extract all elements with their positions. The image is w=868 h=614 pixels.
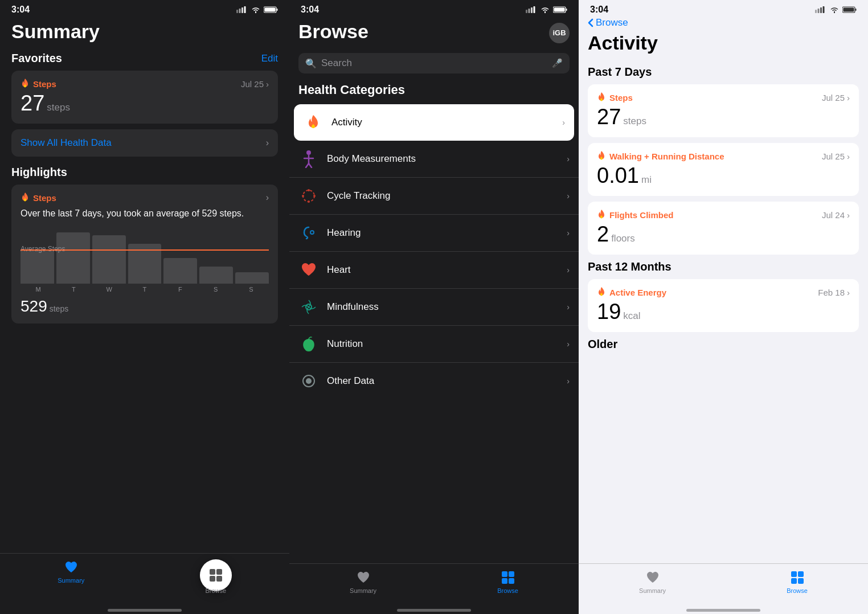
svg-rect-14	[534, 6, 535, 13]
back-nav[interactable]: Browse	[588, 17, 859, 28]
svg-rect-5	[277, 9, 278, 11]
flights-climbed-row: Flights Climbed Jul 24 ›	[597, 210, 850, 220]
other-data-icon	[298, 371, 319, 391]
flame-icon-a-steps	[597, 92, 606, 103]
label-t2: T	[127, 286, 162, 293]
category-nutrition[interactable]: Nutrition ›	[289, 326, 579, 363]
mindfulness-svg	[301, 299, 317, 315]
activity-steps-card[interactable]: Steps Jul 25 › 27steps	[588, 84, 859, 137]
show-all-health-data[interactable]: Show All Health Data ›	[11, 129, 278, 157]
bar-chart	[21, 227, 269, 284]
heart-icon-p1	[64, 561, 78, 574]
heart-label: Heart	[327, 264, 567, 276]
body-measurements-icon	[298, 149, 319, 169]
profile-initials-p2: iGB	[552, 28, 566, 37]
activity-label: Activity	[331, 117, 562, 128]
active-energy-card[interactable]: Active Energy Feb 18 › 19kcal	[588, 279, 859, 332]
hearing-label: Hearing	[327, 227, 567, 239]
svg-rect-2	[241, 7, 243, 13]
browse-title-row: Browse iGB	[289, 17, 579, 48]
highlight-steps-label: Steps	[21, 193, 56, 203]
highlight-header: Steps ›	[21, 193, 269, 203]
bar-sat	[199, 267, 233, 284]
nav-summary-p3[interactable]: Summary	[639, 570, 666, 594]
nav-summary-p1[interactable]: Summary	[58, 559, 84, 594]
category-activity[interactable]: Activity ›	[294, 104, 574, 141]
category-mindfulness[interactable]: Mindfulness ›	[289, 289, 579, 326]
svg-rect-34	[502, 578, 507, 584]
bar-sun	[235, 272, 269, 284]
profile-avatar-p2[interactable]: iGB	[549, 23, 570, 43]
active-energy-value: 19kcal	[597, 300, 850, 324]
grid-icon-p2	[501, 570, 515, 585]
other-chevron: ›	[567, 376, 570, 386]
highlight-description: Over the last 7 days, you took an averag…	[21, 207, 269, 220]
svg-rect-16	[566, 9, 567, 11]
time-p2: 3:04	[301, 5, 319, 15]
nav-browse-p3[interactable]: Browse	[787, 570, 808, 594]
nav-summary-label-p2: Summary	[350, 587, 376, 594]
activity-panel: 3:04 Browse	[579, 0, 868, 614]
chart-labels: M T W T F S S	[21, 286, 269, 293]
activity-content: Browse Activity Past 7 Days Steps Jul 25…	[579, 17, 868, 563]
category-other-data[interactable]: Other Data ›	[289, 363, 579, 399]
category-body-measurements[interactable]: Body Measurements ›	[289, 141, 579, 178]
status-icons-p1	[236, 6, 278, 13]
body-measurements-label: Body Measurements	[327, 153, 567, 165]
highlight-card[interactable]: Steps › Over the last 7 days, you took a…	[11, 185, 278, 324]
back-label: Browse	[596, 17, 628, 28]
flights-climbed-card[interactable]: Flights Climbed Jul 24 › 2floors	[588, 202, 859, 255]
wifi-icon-p3	[830, 6, 839, 13]
activity-steps-label: Steps	[597, 92, 633, 103]
svg-rect-37	[818, 9, 820, 13]
cycle-tracking-label: Cycle Tracking	[327, 190, 567, 202]
label-s2: S	[234, 286, 269, 293]
svg-rect-41	[855, 9, 857, 11]
svg-rect-43	[791, 571, 797, 577]
grid-nav-icon-p3	[789, 570, 805, 586]
nav-summary-label-p1: Summary	[58, 577, 84, 584]
home-indicator-p2	[397, 609, 471, 612]
nav-browse-p1[interactable]: Browse	[200, 559, 232, 594]
bar-mon	[21, 249, 54, 284]
browse-panel: 3:04 Browse iGB	[289, 0, 579, 614]
grid-icon-p3	[790, 570, 805, 585]
category-hearing[interactable]: Hearing ›	[289, 215, 579, 252]
walking-distance-value: 0.01mi	[597, 163, 850, 188]
browse-circle	[200, 559, 232, 591]
category-cycle-tracking[interactable]: Cycle Tracking ›	[289, 178, 579, 215]
search-placeholder: Search	[321, 58, 547, 69]
favorites-label: Favorites	[11, 52, 62, 65]
signal-icon-p2	[526, 6, 537, 13]
ear-icon	[301, 225, 317, 241]
avg-steps-value: 529steps	[21, 297, 269, 316]
bottom-nav-p1: Summary Browse	[0, 553, 289, 605]
nav-summary-p2[interactable]: Summary	[350, 570, 376, 594]
search-icon-p2: 🔍	[305, 58, 317, 69]
avg-steps-label: Average Steps	[21, 245, 65, 253]
show-all-chevron: ›	[266, 138, 269, 148]
walking-distance-card[interactable]: Walking + Running Distance Jul 25 › 0.01…	[588, 143, 859, 196]
activity-steps-date: Jul 25 ›	[822, 93, 850, 103]
nav-browse-p2[interactable]: Browse	[497, 570, 518, 594]
mic-icon: 🎤	[552, 58, 563, 68]
svg-rect-9	[210, 576, 215, 582]
status-bar-p1: 3:04	[0, 0, 289, 17]
grid-icon-p1	[208, 568, 223, 583]
highlight-chevron: ›	[266, 193, 269, 203]
mindfulness-icon	[298, 297, 319, 317]
svg-rect-44	[798, 571, 804, 577]
home-indicator-p3	[686, 609, 760, 612]
category-heart[interactable]: Heart ›	[289, 252, 579, 289]
summary-panel: 3:04 Summary Favorites Edit	[0, 0, 289, 614]
search-bar[interactable]: 🔍 Search 🎤	[298, 53, 570, 73]
apple-icon	[301, 336, 316, 352]
steps-favorites-card[interactable]: Steps Jul 25 › 27steps	[11, 71, 278, 124]
label-t1: T	[56, 286, 91, 293]
flights-climbed-label: Flights Climbed	[597, 210, 674, 220]
hearing-chevron: ›	[567, 228, 570, 238]
health-categories-label: Health Categories	[289, 83, 579, 104]
status-bar-p3: 3:04	[579, 0, 868, 17]
bar-chart-container: Average Steps M T W T F S	[21, 227, 269, 295]
edit-button[interactable]: Edit	[261, 53, 278, 64]
